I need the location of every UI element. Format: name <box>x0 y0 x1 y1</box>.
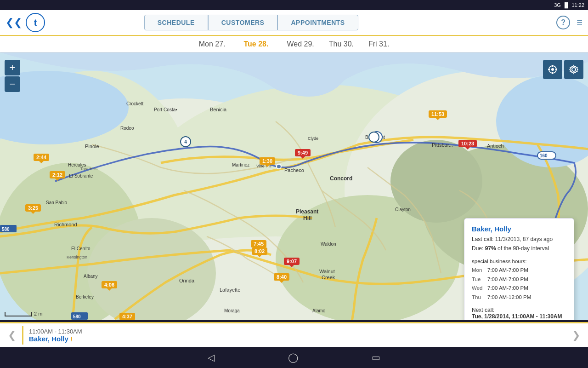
tab-appointments[interactable]: APPOINTMENTS <box>277 15 358 30</box>
date-tue28[interactable]: Tue 28. <box>240 39 272 49</box>
scale-bar: 2 mi <box>5 311 44 316</box>
pin-label: 9:07 <box>284 258 300 265</box>
pin-406[interactable]: 4:06 <box>102 281 117 288</box>
scale-line <box>5 312 32 316</box>
locate-button[interactable] <box>543 60 562 79</box>
settings-map-button[interactable] <box>564 60 583 79</box>
svg-text:Walnut: Walnut <box>319 269 335 274</box>
popup-due-text: of the 90-day interval <box>498 245 549 252</box>
status-bar: 3G ▐▌ 11:22 <box>0 0 588 10</box>
svg-text:Clyde: Clyde <box>308 136 318 141</box>
help-button[interactable]: ? <box>556 16 570 29</box>
svg-text:580: 580 <box>73 314 81 319</box>
popup-hours-label: special business hours: <box>472 257 566 266</box>
svg-text:Alamo: Alamo <box>312 308 326 313</box>
prev-appointment-button[interactable]: ❮ <box>5 328 19 343</box>
svg-text:Tara Hills: Tara Hills <box>80 167 98 171</box>
map-zoom-controls: + − <box>5 60 20 92</box>
menu-button[interactable]: ≡ <box>577 17 582 29</box>
pin-label: 9:49 <box>295 149 311 156</box>
svg-text:El Cerrito: El Cerrito <box>71 246 90 251</box>
svg-text:Emeryville: Emeryville <box>74 320 96 320</box>
strip-bang: ! <box>70 335 73 343</box>
svg-text:580: 580 <box>2 227 10 232</box>
pin-130[interactable]: 1:30 <box>260 157 275 165</box>
strip-divider <box>22 326 23 345</box>
popup-change-link[interactable]: change... <box>537 320 559 320</box>
scale-label: 2 mi <box>34 311 44 316</box>
date-mon27[interactable]: Mon 27. <box>199 40 226 48</box>
pin-label: 2:44 <box>34 154 49 161</box>
pin-1023[interactable]: 10:23 <box>458 140 477 147</box>
svg-text:El Sobrante: El Sobrante <box>69 173 93 178</box>
popup-customer-name[interactable]: Baker, Holly <box>472 225 566 233</box>
date-thu30[interactable]: Thu 30. <box>329 40 354 48</box>
android-recent-button[interactable]: ▭ <box>372 352 380 363</box>
popup-due: Due: 97% of the 90-day interval <box>472 244 566 253</box>
svg-text:Clayton: Clayton <box>395 207 411 212</box>
customer-info-popup: Baker, Holly Last call: 11/3/2013, 87 da… <box>464 218 574 320</box>
svg-text:Crockett: Crockett <box>126 101 143 106</box>
pin-label: 4:06 <box>102 281 117 288</box>
popup-last-call: Last call: 11/3/2013, 87 days ago <box>472 235 566 244</box>
svg-text:Lafayette: Lafayette <box>220 287 240 293</box>
strip-time: 11:00AM - 11:30AM <box>29 328 569 335</box>
bottom-strip: ❮ 11:00AM - 11:30AM Baker, Holly ! ❯ <box>0 322 588 347</box>
route-marker <box>276 164 282 169</box>
svg-text:Rodeo: Rodeo <box>120 126 134 131</box>
map-top-right-controls <box>543 60 583 79</box>
pin-1153[interactable]: 11:53 <box>429 110 447 118</box>
back-button[interactable]: ❮❮ <box>6 17 22 29</box>
android-home-button[interactable]: ◯ <box>288 352 298 363</box>
nav-right: ? ≡ <box>556 16 582 29</box>
date-wed29[interactable]: Wed 29. <box>287 40 314 48</box>
pin-label: 8:40 <box>274 273 289 281</box>
pin-244[interactable]: 2:44 <box>34 154 49 161</box>
android-back-button[interactable]: ◁ <box>208 352 215 363</box>
circle-marker-top[interactable] <box>368 132 379 143</box>
svg-text:Pinole: Pinole <box>85 144 99 149</box>
next-appointment-button[interactable]: ❯ <box>569 328 583 343</box>
pin-label: 10:23 <box>458 140 477 147</box>
pin-745[interactable]: 7:45 <box>251 240 266 247</box>
strip-name[interactable]: Baker, Holly ! <box>29 335 569 343</box>
nav-bar: ❮❮ t SCHEDULE CUSTOMERS APPOINTMENTS ? ≡ <box>0 10 588 36</box>
svg-text:Creek: Creek <box>322 275 335 280</box>
popup-due-percent: 97% <box>485 245 496 252</box>
pin-label: 1:30 <box>260 157 275 165</box>
svg-text:160: 160 <box>540 153 548 158</box>
pin-label: 8:02 <box>252 247 267 255</box>
pin-label: 4:37 <box>119 313 135 320</box>
zoom-out-button[interactable]: − <box>5 76 20 92</box>
pin-212[interactable]: 2:12 <box>50 171 65 178</box>
date-bar: Mon 27. Tue 28. Wed 29. Thu 30. Fri 31. <box>0 36 588 52</box>
date-fri31[interactable]: Fri 31. <box>368 40 389 48</box>
app-logo[interactable]: t <box>26 13 45 32</box>
pin-325[interactable]: 3:25 <box>25 204 41 212</box>
signal-indicator: 3G <box>554 2 561 8</box>
pin-label: 7:45 <box>251 240 266 247</box>
nav-tabs: SCHEDULE CUSTOMERS APPOINTMENTS <box>144 15 358 30</box>
svg-text:Martinez: Martinez <box>232 162 249 167</box>
pin-437[interactable]: 4:37 <box>119 313 135 320</box>
circle-marker-4[interactable]: 4 <box>180 136 191 147</box>
map-container[interactable]: Pinole Hercules San Pablo Richmond El Ce… <box>0 52 588 320</box>
svg-text:Benicia: Benicia <box>210 107 227 112</box>
svg-text:Moraga: Moraga <box>224 308 240 313</box>
zoom-in-button[interactable]: + <box>5 60 20 75</box>
popup-according-text: According to call interval - change... <box>472 320 566 320</box>
tab-schedule[interactable]: SCHEDULE <box>144 15 208 30</box>
svg-text:Pleasant: Pleasant <box>296 208 318 215</box>
pin-802[interactable]: 8:02 <box>252 247 267 255</box>
pin-840[interactable]: 8:40 <box>274 273 289 281</box>
svg-text:San Pablo: San Pablo <box>46 200 68 205</box>
android-nav-bar: ◁ ◯ ▭ <box>0 347 588 368</box>
svg-text:Pittsbur...: Pittsbur... <box>432 142 453 148</box>
pin-949[interactable]: 9:49 <box>295 149 311 156</box>
tab-customers[interactable]: CUSTOMERS <box>208 15 278 30</box>
pin-907[interactable]: 9:07 <box>284 258 300 265</box>
svg-text:Pacheco: Pacheco <box>284 167 304 173</box>
locate-icon <box>548 64 558 75</box>
popup-next-call-label: Next call: <box>472 307 566 313</box>
popup-hours-list: Mon7:00 AM-7:00 PM Tue7:00 AM-7:00 PM We… <box>472 266 566 302</box>
